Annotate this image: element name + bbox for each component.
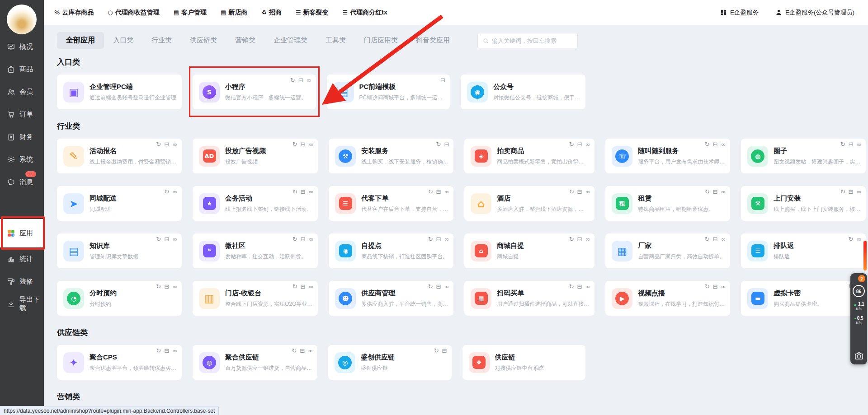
refresh-icon[interactable]: ↻ — [428, 236, 433, 242]
print-icon[interactable]: ⊟ — [849, 141, 854, 147]
print-icon[interactable]: ⊟ — [444, 141, 449, 147]
print-icon[interactable]: ⊟ — [301, 141, 306, 147]
refresh-icon[interactable]: ↻ — [156, 236, 161, 242]
refresh-icon[interactable]: ↻ — [849, 236, 854, 242]
tab-工具类[interactable]: 工具类 — [316, 33, 355, 48]
net-monitor-widget[interactable]: 2 86 ▲ 1.1 K/s ● 0.5 K/s — [850, 273, 867, 364]
print-icon[interactable]: ⊟ — [164, 236, 169, 242]
tab-全部应用[interactable]: 全部应用 — [57, 32, 104, 49]
sidebar-item-decorate[interactable]: 装修 — [0, 270, 44, 293]
link-icon[interactable]: ∞ — [721, 284, 726, 289]
print-icon[interactable]: ⊟ — [577, 236, 582, 242]
refresh-icon[interactable]: ↻ — [292, 236, 297, 242]
sidebar-item-export[interactable]: 导出下载 — [0, 293, 44, 315]
app-card-企业管理PC端[interactable]: ▣企业管理PC端通过前端会员账号登录进行企业管理 — [57, 75, 182, 109]
sidebar-item-system[interactable]: 系统 — [0, 148, 44, 171]
app-card-同城配送[interactable]: ➤同城配送同城配送↻∞ — [57, 186, 182, 221]
link-icon[interactable]: ∞ — [585, 189, 590, 195]
app-card-排队返[interactable]: ☰排队返排队返↻∞ — [741, 233, 866, 268]
tab-企业管理类[interactable]: 企业管理类 — [264, 33, 316, 48]
app-card-聚合CPS[interactable]: ✦聚合CPS聚合优惠券平台，领券跳转优惠买…↻⊟∞ — [57, 345, 182, 380]
link-icon[interactable]: ∞ — [172, 189, 177, 195]
link-icon[interactable]: ∞ — [309, 189, 314, 195]
app-card-厂家[interactable]: ▦厂家自营商品厂家归类，高效自动拆单。↻⊟∞ — [605, 233, 730, 268]
tab-行业类[interactable]: 行业类 — [142, 33, 181, 48]
sidebar-item-messages[interactable]: 消息··· — [0, 171, 44, 193]
search-input[interactable] — [492, 37, 573, 44]
sidebar-item-finance[interactable]: 财务 — [0, 126, 44, 148]
print-icon[interactable]: ⊟ — [436, 189, 441, 195]
workspace-switcher[interactable]: E企盈服务 — [720, 9, 759, 17]
account-menu[interactable]: E企盈服务(公众号管理员) — [775, 9, 854, 17]
print-icon[interactable]: ⊟ — [164, 141, 169, 147]
app-card-公众号[interactable]: ◉公众号对接微信公众号，链接商城，便于… — [461, 75, 585, 109]
app-card-分时预约[interactable]: ◔分时预约分时预约↻⊟∞ — [57, 281, 182, 316]
refresh-icon[interactable]: ↻ — [292, 348, 297, 354]
sidebar-item-members[interactable]: 会员 — [0, 80, 44, 103]
refresh-icon[interactable]: ↻ — [156, 284, 161, 289]
nav-item-新店商[interactable]: ▤新店商 — [221, 9, 247, 17]
print-icon[interactable]: ⊟ — [436, 284, 441, 289]
camera-icon[interactable] — [854, 351, 864, 361]
refresh-icon[interactable]: ↻ — [705, 284, 710, 289]
app-card-拍卖商品[interactable]: ◈拍卖商品商品拍卖模式新零售，竞拍出价得…↻⊟∞ — [464, 139, 594, 173]
link-icon[interactable]: ∞ — [444, 284, 449, 289]
link-icon[interactable]: ∞ — [308, 348, 313, 354]
app-card-活动报名[interactable]: ✎活动报名线上报名缴纳费用，付费金额营销…↻⊟∞ — [57, 139, 182, 173]
print-icon[interactable]: ⊟ — [442, 348, 447, 354]
app-card-租赁[interactable]: 租租赁特殊商品租用，租期租金优惠。↻⊟∞ — [605, 186, 730, 221]
refresh-icon[interactable]: ↻ — [569, 189, 574, 195]
refresh-icon[interactable]: ↻ — [840, 141, 845, 147]
link-icon[interactable]: ∞ — [721, 236, 726, 242]
link-icon[interactable]: ∞ — [172, 348, 177, 354]
link-icon[interactable]: ∞ — [857, 141, 862, 147]
app-card-供应链[interactable]: ❖供应链对接供应链中台系统 — [462, 345, 586, 380]
refresh-icon[interactable]: ↻ — [156, 141, 161, 147]
sidebar-item-stats[interactable]: 统计 — [0, 247, 44, 270]
print-icon[interactable]: ⊟ — [849, 189, 854, 195]
print-icon[interactable]: ⊟ — [436, 236, 441, 242]
link-icon[interactable]: ∞ — [857, 189, 862, 195]
print-icon[interactable]: ⊟ — [301, 236, 306, 242]
print-icon[interactable]: ⊟ — [298, 77, 303, 83]
refresh-icon[interactable]: ↻ — [436, 141, 441, 147]
app-card-视频点播[interactable]: ▶视频点播视频课程，在线学习，打造知识付…↻⊟∞ — [605, 281, 730, 316]
refresh-icon[interactable]: ↻ — [156, 348, 161, 354]
nav-item-招商[interactable]: ♻招商 — [261, 9, 282, 17]
tab-门店应用类[interactable]: 门店应用类 — [355, 33, 407, 48]
refresh-icon[interactable]: ↻ — [705, 236, 710, 242]
app-card-圈子[interactable]: ◍圈子图文视频发帖，搭建兴趣圈子，实…↻⊟∞ — [741, 139, 866, 173]
print-icon[interactable]: ⊟ — [440, 77, 445, 83]
avatar[interactable] — [7, 5, 37, 34]
print-icon[interactable]: ⊟ — [577, 189, 582, 195]
sidebar-item-goods[interactable]: 商品 — [0, 58, 44, 80]
app-card-安装服务[interactable]: ⚒安装服务线上购买，线下安装服务，核销确…↻⊟ — [329, 139, 453, 173]
print-icon[interactable]: ⊟ — [577, 284, 582, 289]
link-icon[interactable]: ∞ — [585, 284, 590, 289]
nav-item-云库存商品[interactable]: %云库存商品 — [54, 9, 94, 17]
tab-入口类[interactable]: 入口类 — [104, 33, 142, 48]
refresh-icon[interactable]: ↻ — [290, 77, 295, 83]
app-card-自提点[interactable]: ◉自提点商品线下核销，打造社区团购平台。↻⊟∞ — [329, 233, 453, 268]
print-icon[interactable]: ⊟ — [577, 141, 582, 147]
print-icon[interactable]: ⊟ — [713, 284, 718, 289]
link-icon[interactable]: ∞ — [585, 141, 590, 147]
link-icon[interactable]: ∞ — [172, 141, 177, 147]
scrollbar-thumb[interactable] — [863, 241, 867, 270]
sidebar-item-apps[interactable]: 应用 — [0, 219, 44, 247]
link-icon[interactable]: ∞ — [444, 236, 449, 242]
refresh-icon[interactable]: ↻ — [428, 189, 433, 195]
link-icon[interactable]: ∞ — [721, 189, 726, 195]
refresh-icon[interactable]: ↻ — [434, 348, 439, 354]
tab-营销类[interactable]: 营销类 — [226, 33, 264, 48]
tab-供应链类[interactable]: 供应链类 — [181, 33, 226, 48]
app-card-虚拟卡密[interactable]: ▬虚拟卡密购买商品提供卡密。↻⊟ — [741, 281, 866, 316]
link-icon[interactable]: ∞ — [309, 236, 314, 242]
link-icon[interactable]: ∞ — [309, 141, 314, 147]
link-icon[interactable]: ∞ — [307, 77, 311, 83]
app-card-扫码买单[interactable]: ▦扫码买单用户通过扫插件选择商品，可以直接…↻⊟∞ — [464, 281, 594, 316]
tab-抖音类应用[interactable]: 抖音类应用 — [407, 33, 459, 48]
link-icon[interactable]: ∞ — [857, 236, 862, 242]
sidebar-item-orders[interactable]: 订单 — [0, 103, 44, 126]
nav-item-客户管理[interactable]: ▤客户管理 — [174, 9, 207, 17]
